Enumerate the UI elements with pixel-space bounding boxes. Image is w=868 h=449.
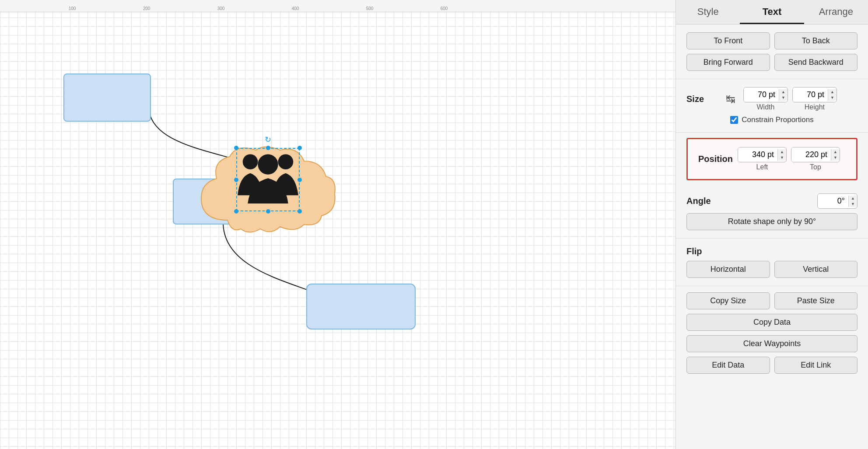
left-group: ▲ ▼ Left: [738, 147, 787, 171]
angle-down[interactable]: ▼: [849, 201, 857, 207]
flip-label: Flip: [686, 246, 721, 256]
top-down[interactable]: ▼: [831, 155, 840, 161]
clear-waypoints-row: Clear Waypoints: [686, 335, 858, 352]
ruler-mark-600: 600: [441, 6, 448, 11]
flip-label-row: Flip: [686, 246, 858, 256]
handle-ml[interactable]: [234, 178, 238, 182]
position-label: Position: [698, 154, 733, 164]
position-section: Position ▲ ▼ Left: [686, 138, 858, 180]
top-up[interactable]: ▲: [831, 149, 840, 155]
left-up[interactable]: ▲: [778, 149, 786, 155]
constrain-label: Constrain Proportions: [742, 116, 813, 124]
left-down[interactable]: ▼: [778, 155, 786, 161]
edit-data-button[interactable]: Edit Data: [686, 357, 770, 374]
width-input[interactable]: [744, 88, 779, 102]
left-spinner: ▲ ▼: [777, 149, 786, 161]
people-shape-selected[interactable]: ↻: [236, 148, 300, 211]
svg-point-1: [243, 154, 258, 169]
clear-waypoints-button[interactable]: Clear Waypoints: [686, 335, 858, 352]
tab-bar: Style Text Arrange: [676, 0, 868, 25]
zorder-row-1: To Front To Back: [686, 32, 858, 49]
edit-row: Edit Data Edit Link: [686, 357, 858, 374]
to-back-button[interactable]: To Back: [774, 32, 858, 49]
handle-tc[interactable]: [266, 146, 270, 150]
svg-point-2: [278, 154, 294, 169]
position-row: Position ▲ ▼ Left: [698, 147, 846, 171]
flip-buttons-row: Horizontal Vertical: [686, 261, 858, 278]
handle-tr[interactable]: [298, 146, 302, 150]
copy-paste-size-row: Copy Size Paste Size: [686, 292, 858, 309]
size-row: Size ↹ ▲ ▼ Width ▲: [686, 87, 858, 111]
height-up[interactable]: ▲: [828, 89, 836, 95]
position-wrapper: Position ▲ ▼ Left: [676, 133, 868, 186]
height-spinner: ▲ ▼: [828, 89, 836, 101]
bring-forward-button[interactable]: Bring Forward: [686, 54, 770, 71]
ruler-mark-300: 300: [217, 6, 225, 11]
ruler-top: 100 200 300 400 500 600: [0, 0, 676, 12]
constrain-row: Constrain Proportions: [686, 116, 858, 124]
ruler-mark-500: 500: [366, 6, 374, 11]
canvas[interactable]: 100 200 300 400 500 600: [0, 0, 676, 449]
handle-br[interactable]: [298, 209, 302, 214]
bottom-section: Copy Size Paste Size Copy Data Clear Way…: [676, 286, 868, 380]
rotate-row: Rotate shape only by 90°: [686, 213, 858, 230]
size-icon: ↹: [726, 92, 735, 106]
left-input-wrapper[interactable]: ▲ ▼: [738, 147, 787, 162]
height-input-wrapper[interactable]: ▲ ▼: [792, 87, 837, 102]
ruler-mark-200: 200: [143, 6, 150, 11]
ruler-mark-400: 400: [292, 6, 299, 11]
zorder-section: To Front To Back Bring Forward Send Back…: [676, 25, 868, 79]
height-input[interactable]: [793, 88, 828, 102]
copy-data-row: Copy Data: [686, 314, 858, 331]
tab-arrange[interactable]: Arrange: [804, 2, 868, 24]
left-label: Left: [756, 163, 768, 171]
rotate-handle[interactable]: ↻: [264, 135, 273, 144]
handle-bl[interactable]: [234, 209, 238, 214]
copy-data-button[interactable]: Copy Data: [686, 314, 858, 331]
right-panel: Style Text Arrange To Front To Back Brin…: [676, 0, 868, 449]
handle-tl[interactable]: [234, 146, 238, 150]
send-backward-button[interactable]: Send Backward: [774, 54, 858, 71]
svg-point-3: [258, 154, 278, 174]
tab-text[interactable]: Text: [740, 2, 804, 24]
people-icon: [236, 148, 300, 205]
constrain-checkbox[interactable]: [730, 116, 738, 124]
canvas-content: ↻: [0, 12, 676, 449]
handle-bc[interactable]: [266, 209, 270, 214]
width-label: Width: [757, 103, 775, 111]
blue-rect-1[interactable]: [63, 74, 151, 122]
top-input[interactable]: [791, 147, 831, 162]
size-label: Size: [686, 94, 721, 104]
top-input-wrapper[interactable]: ▲ ▼: [791, 147, 840, 162]
ruler-mark-100: 100: [69, 6, 76, 11]
to-front-button[interactable]: To Front: [686, 32, 770, 49]
flip-section: Flip Horizontal Vertical: [676, 239, 868, 286]
width-group: ▲ ▼ Width: [743, 87, 788, 111]
width-up[interactable]: ▲: [779, 89, 788, 95]
angle-input-wrapper[interactable]: ▲ ▼: [817, 193, 858, 209]
edit-link-button[interactable]: Edit Link: [774, 357, 858, 374]
copy-size-button[interactable]: Copy Size: [686, 292, 770, 309]
top-group: ▲ ▼ Top: [791, 147, 840, 171]
top-spinner: ▲ ▼: [831, 149, 840, 161]
angle-label: Angle: [686, 196, 721, 206]
angle-up[interactable]: ▲: [849, 196, 857, 201]
flip-horizontal-button[interactable]: Horizontal: [686, 261, 770, 278]
rotate-shape-button[interactable]: Rotate shape only by 90°: [686, 213, 858, 230]
angle-row: Angle ▲ ▼: [686, 193, 858, 209]
handle-mr[interactable]: [298, 178, 302, 182]
angle-input[interactable]: [818, 194, 848, 208]
paste-size-button[interactable]: Paste Size: [774, 292, 858, 309]
flip-vertical-button[interactable]: Vertical: [774, 261, 858, 278]
zorder-row-2: Bring Forward Send Backward: [686, 54, 858, 71]
size-section: Size ↹ ▲ ▼ Width ▲: [676, 79, 868, 133]
height-label: Height: [805, 103, 825, 111]
left-input[interactable]: [738, 147, 777, 162]
width-input-wrapper[interactable]: ▲ ▼: [743, 87, 788, 102]
height-group: ▲ ▼ Height: [792, 87, 837, 111]
height-down[interactable]: ▼: [828, 95, 836, 101]
angle-spinner: ▲ ▼: [848, 196, 857, 207]
width-down[interactable]: ▼: [779, 95, 788, 101]
tab-style[interactable]: Style: [676, 2, 740, 24]
blue-rect-3[interactable]: [306, 284, 416, 330]
